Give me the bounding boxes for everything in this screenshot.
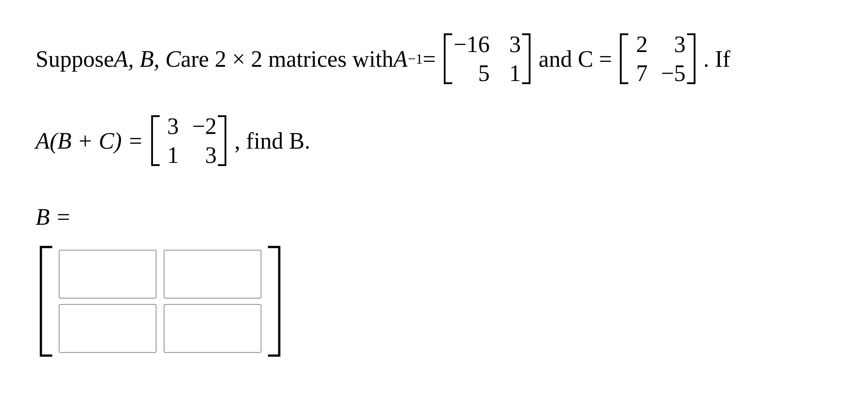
answer-r2c1[interactable]: [59, 304, 157, 353]
matrix-c-cells: 2 3 7 −5: [630, 31, 685, 86]
abc-r1c1: 3: [161, 113, 179, 139]
answer-r1c1[interactable]: [59, 250, 157, 299]
answer-r1c2[interactable]: [164, 250, 261, 299]
right-bracket-a-inv: [521, 32, 534, 85]
c-r2c2: −5: [661, 60, 685, 86]
abc-r1c2: −2: [192, 113, 217, 139]
variables: A, B, C: [114, 46, 181, 72]
b-equals-label: B =: [36, 204, 285, 230]
answer-matrix: [36, 243, 285, 359]
matrix-abc-cells: 3 −2 1 3: [161, 113, 217, 168]
c-r2c1: 7: [630, 60, 647, 86]
and-c-text: and C =: [538, 46, 612, 72]
a-inverse-sup: −1: [408, 51, 423, 67]
if-text: . If: [703, 46, 731, 72]
abc-r2c2: 3: [192, 142, 217, 168]
middle-text: are 2 × 2 matrices with: [181, 46, 393, 72]
a-inv-r2c1: 5: [454, 60, 490, 86]
left-bracket-abc: [148, 114, 161, 167]
left-bracket-a-inv: [440, 32, 454, 85]
answer-r2c2[interactable]: [164, 304, 261, 353]
abc-r2c1: 1: [161, 142, 179, 168]
equals1: =: [423, 46, 436, 72]
line1: Suppose A, B, C are 2 × 2 matrices with …: [36, 31, 832, 86]
right-bracket-c: [686, 32, 699, 85]
right-bracket-abc: [217, 114, 230, 167]
left-bracket-c: [616, 32, 630, 85]
answer-cells-grid: [53, 244, 267, 358]
left-bracket-answer: [36, 243, 53, 359]
matrix-a-inverse: −16 3 5 1: [440, 31, 534, 86]
matrix-a-inv-cells: −16 3 5 1: [454, 31, 521, 86]
c-r1c1: 2: [630, 31, 647, 57]
problem-container: Suppose A, B, C are 2 × 2 matrices with …: [27, 18, 841, 381]
right-bracket-answer: [267, 243, 285, 359]
line2: A(B + C) = 3 −2 1 3 , find B.: [36, 113, 832, 168]
matrix-c: 2 3 7 −5: [616, 31, 699, 86]
intro-text: Suppose: [36, 46, 114, 72]
matrix-abc: 3 −2 1 3: [148, 113, 230, 168]
find-b-text: , find B.: [234, 128, 310, 154]
line3: B =: [36, 204, 832, 359]
a-inv-r1c1: −16: [454, 31, 490, 57]
a-inv-r1c2: 3: [503, 31, 521, 57]
a-inverse-var: A: [394, 46, 408, 72]
a-inv-r2c2: 1: [503, 60, 521, 86]
c-r1c2: 3: [661, 31, 685, 57]
line2-start: A(B + C) =: [36, 128, 143, 154]
